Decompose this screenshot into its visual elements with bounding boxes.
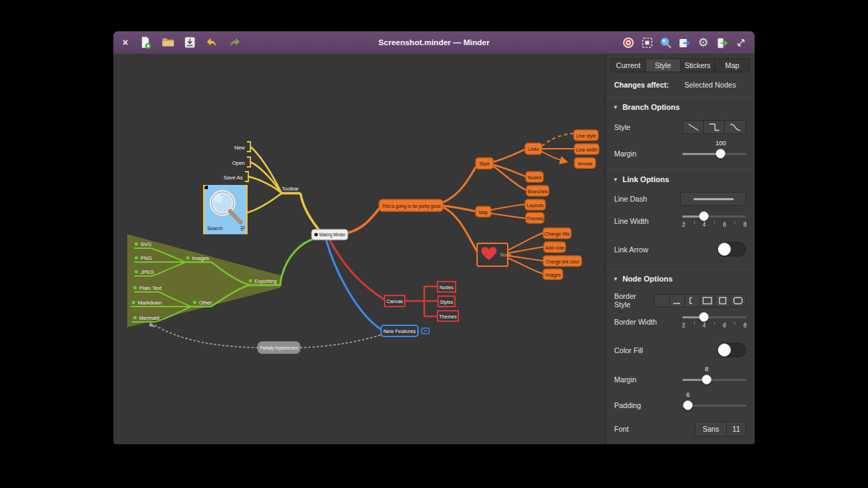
- border-width-label: Border Width: [614, 318, 657, 326]
- mindmap-canvas[interactable]: Toolbar New Open Save As Search: [113, 54, 605, 444]
- node-margin-label: Margin: [614, 375, 636, 384]
- redo-button[interactable]: [226, 34, 243, 51]
- tab-stickers[interactable]: Stickers: [681, 59, 716, 72]
- font-family-button[interactable]: Sans: [696, 422, 727, 436]
- node-toolbar[interactable]: Toolbar: [282, 186, 299, 192]
- line-width-label: Line Width: [614, 217, 649, 225]
- svg-text:Node: Node: [500, 252, 511, 257]
- node-heart[interactable]: Node: [477, 243, 511, 266]
- border-none-button[interactable]: [654, 295, 670, 307]
- node-markdown[interactable]: Markdown: [138, 300, 162, 306]
- app-window: ×: [113, 31, 755, 444]
- svg-text:Nodes: Nodes: [528, 175, 542, 180]
- node-plain-text[interactable]: Plain Text: [139, 285, 162, 291]
- slider-handle[interactable]: [699, 312, 709, 322]
- node-images[interactable]: Images: [192, 255, 209, 261]
- link-arrow-label: Link Arrow: [614, 245, 648, 254]
- slider-handle[interactable]: [716, 149, 725, 158]
- svg-text:Styles: Styles: [440, 300, 453, 305]
- font-controls: Sans 11: [695, 421, 746, 437]
- export-share-button[interactable]: [676, 35, 693, 51]
- open-button[interactable]: [159, 34, 176, 51]
- svg-text:Change title: Change title: [545, 231, 570, 237]
- heart-icon: [481, 247, 497, 261]
- node-jpeg[interactable]: JPEG: [140, 269, 154, 275]
- zoom-button[interactable]: [657, 35, 674, 51]
- node-mermaid[interactable]: Mermaid: [139, 315, 159, 321]
- disclosure-triangle-icon: ▼: [613, 104, 618, 111]
- svg-text:Layouts: Layouts: [527, 203, 544, 209]
- border-bracket-button[interactable]: [685, 295, 700, 307]
- fullscreen-button[interactable]: [732, 35, 749, 51]
- link-arrow-toggle[interactable]: [717, 242, 746, 257]
- branch-style-squared-button[interactable]: [704, 121, 725, 133]
- svg-text:Change link color: Change link color: [546, 259, 580, 265]
- node-padding-slider[interactable]: 6: [682, 400, 746, 410]
- svg-text:Themes: Themes: [527, 216, 544, 221]
- color-fill-toggle[interactable]: [717, 343, 746, 357]
- new-document-icon: [138, 35, 152, 49]
- focus-mode-button[interactable]: [620, 35, 636, 51]
- save-button[interactable]: [182, 34, 198, 51]
- node-exporting[interactable]: Exporting: [255, 278, 277, 284]
- line-dash-button[interactable]: [680, 192, 746, 206]
- close-button[interactable]: ×: [119, 36, 131, 49]
- new-document-button[interactable]: [137, 34, 154, 51]
- border-underline-button[interactable]: [670, 295, 685, 307]
- undo-button[interactable]: [204, 34, 220, 51]
- svg-text:Line style: Line style: [576, 133, 596, 139]
- node-search[interactable]: Search: [204, 185, 247, 234]
- node-save-as[interactable]: Save As: [223, 174, 243, 181]
- slider-handle[interactable]: [702, 375, 712, 384]
- svg-text:Making Minder: Making Minder: [319, 232, 346, 238]
- node-other[interactable]: Other: [199, 300, 212, 306]
- slider-handle[interactable]: [699, 211, 709, 221]
- font-size-spinner[interactable]: 11: [727, 422, 746, 436]
- node-png[interactable]: PNG: [140, 255, 152, 261]
- svg-text:Nodes: Nodes: [440, 285, 454, 290]
- titlebar: ×: [113, 31, 755, 54]
- link-options-header[interactable]: ▼ Link Options: [613, 175, 669, 184]
- svg-text:Search: Search: [207, 226, 223, 231]
- node-margin-slider[interactable]: 8: [682, 375, 746, 384]
- slider-handle[interactable]: [683, 400, 693, 410]
- tab-style[interactable]: Style: [646, 59, 681, 72]
- undo-icon: [205, 35, 219, 49]
- disclosure-triangle-icon: ▼: [613, 177, 618, 183]
- branch-new-features-line: [326, 240, 381, 330]
- snap-grid-button[interactable]: [638, 35, 655, 51]
- line-width-slider[interactable]: 2 4 6 8: [682, 211, 746, 221]
- node-root[interactable]: Making Minder: [312, 229, 348, 240]
- border-style-label: Border Style: [614, 292, 654, 309]
- changes-affect-label: Changes affect:: [614, 81, 669, 89]
- branch-margin-slider[interactable]: 100: [682, 149, 746, 158]
- save-icon: [183, 35, 197, 49]
- border-width-slider[interactable]: 2 4 6 8: [682, 312, 746, 322]
- bullet-icon: [135, 257, 138, 260]
- changes-affect-selector[interactable]: Selected Nodes: [684, 81, 736, 89]
- share-icon: [677, 36, 691, 50]
- node-new[interactable]: New: [234, 145, 246, 151]
- border-rounded-button[interactable]: [730, 295, 746, 307]
- branch-style-straight-button[interactable]: [683, 121, 704, 133]
- branch-options-header[interactable]: ▼ Branch Options: [613, 103, 680, 111]
- export-button[interactable]: [714, 35, 730, 51]
- bullet-icon: [193, 301, 197, 304]
- node-svg[interactable]: SVG: [140, 241, 152, 247]
- bullet-icon: [135, 270, 138, 274]
- bullet-icon: [186, 257, 190, 260]
- resize-icon: [735, 37, 747, 49]
- node-options-header[interactable]: ▼ Node Options: [613, 275, 673, 283]
- collapsed-indicator-icon[interactable]: [421, 328, 429, 334]
- tab-current[interactable]: Current: [611, 59, 646, 72]
- svg-text:Themes: Themes: [439, 314, 457, 319]
- branch-style-curved-button[interactable]: [725, 121, 746, 133]
- svg-text:New Features: New Features: [383, 328, 416, 334]
- bullet-icon: [135, 243, 138, 246]
- node-open[interactable]: Open: [232, 160, 245, 166]
- border-box-button[interactable]: [700, 295, 716, 307]
- settings-button[interactable]: ⚙: [695, 35, 712, 51]
- svg-text:Add note: Add note: [545, 245, 564, 250]
- tab-map[interactable]: Map: [715, 59, 749, 72]
- border-square-button[interactable]: [715, 295, 730, 307]
